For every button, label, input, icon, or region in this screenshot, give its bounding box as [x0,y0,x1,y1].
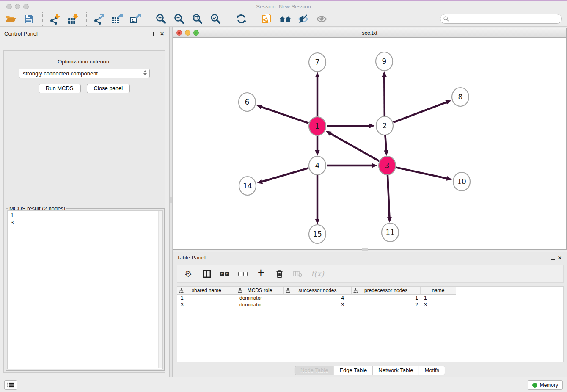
trash-icon[interactable] [275,269,284,279]
open-file-icon[interactable] [4,13,17,25]
edge-1-7[interactable] [315,72,320,117]
float-panel-icon[interactable] [153,32,157,36]
export-network-icon[interactable] [92,13,105,25]
add-icon[interactable]: + [256,268,266,278]
mcds-result-area[interactable]: 1 3 [7,210,163,369]
edge-2-9[interactable] [382,71,387,116]
tab-motifs[interactable]: Motifs [418,366,445,375]
save-session-icon[interactable] [22,13,35,25]
zoom-fit-icon[interactable] [191,13,204,25]
optimization-criterion-value: strongly connected component [23,70,98,77]
tab-node-table[interactable]: Node Table [295,366,334,375]
function-builder-icon: f(x) [311,269,324,279]
edge-3-10[interactable] [396,168,452,181]
column-header-shared-name[interactable]: shared name [177,287,236,295]
node-8[interactable]: 8 [452,88,469,106]
splitter-handle[interactable] [170,197,172,203]
optimization-criterion-label: Optimization criterion: [4,58,165,65]
gear-icon[interactable]: ⚙ [184,269,193,279]
node-9[interactable]: 9 [376,52,393,71]
edge-1-2[interactable] [327,124,375,128]
export-table-icon[interactable] [110,13,123,25]
tab-network-table[interactable]: Network Table [372,366,418,375]
toolbar-separator [229,12,230,26]
search-field[interactable] [440,14,562,24]
svg-text:14: 14 [243,182,252,190]
zoom-selected-icon[interactable] [209,13,222,25]
run-mcds-button[interactable]: Run MCDS [39,84,81,93]
column-header-predecessor-nodes[interactable]: predecessor nodes [352,287,421,295]
node-11[interactable]: 11 [382,223,399,242]
toolbar-separator [42,12,43,26]
control-panel-title: Control Panel [4,30,38,37]
node-3[interactable]: 3 [379,156,396,175]
float-table-panel-icon[interactable] [551,256,555,260]
refresh-layout-icon[interactable] [235,13,248,25]
svg-text:15: 15 [313,230,322,238]
table-body: 1dominator4113dominator323 [177,295,563,308]
table-cell: 3 [284,302,352,308]
edge-4-14[interactable] [257,168,308,184]
import-network-icon[interactable] [48,13,61,25]
select-stepper-icon [143,70,147,75]
edge-1-4[interactable] [315,135,320,156]
optimization-criterion-select[interactable]: strongly connected component [19,69,150,78]
search-input[interactable] [449,16,561,22]
column-header-name[interactable]: name [421,287,456,295]
close-table-panel-icon[interactable]: ✕ [558,255,562,260]
edge-3-1[interactable] [326,131,379,161]
table-toolbar: ⚙ ✓✓ + f(x) [177,265,564,283]
edge-3-11[interactable] [387,175,392,223]
svg-text:11: 11 [385,228,395,237]
column-view-icon[interactable] [202,269,211,279]
show-graphics-details-icon[interactable] [315,13,328,25]
unselect-all-icon[interactable] [238,269,248,279]
column-header-successor-nodes[interactable]: successor nodes [284,287,352,295]
select-all-icon[interactable]: ✓✓ [220,269,229,279]
node-4[interactable]: 4 [309,156,326,175]
toolbar-separator [149,12,149,26]
network-canvas[interactable]: 1234678910111415 [173,38,566,250]
vertical-splitter[interactable] [169,27,173,377]
table-tabs: Node TableEdge TableNetwork TableMotifs [295,366,445,375]
import-table-icon[interactable] [66,13,79,25]
hide-graphics-details-icon[interactable] [297,13,310,25]
column-tree-icon [286,288,290,293]
table-panel: Table Panel ✕ ⚙ ✓✓ + f(x) shared nameMCD… [173,252,567,377]
node-14[interactable]: 14 [239,177,256,195]
table-row[interactable]: 3dominator323 [177,301,563,308]
toolbar-separator [255,12,256,26]
table-cell: 3 [421,302,456,308]
task-history-button[interactable] [4,380,17,390]
edge-4-3[interactable] [327,163,377,168]
memory-label: Memory [540,382,558,388]
zoom-out-icon[interactable] [173,13,185,25]
memory-button[interactable]: Memory [528,380,563,390]
mcds-result-scrollbar[interactable] [158,211,162,368]
close-panel-button[interactable]: Close panel [87,84,130,93]
node-6[interactable]: 6 [239,93,256,111]
network-file-title: scc.txt [173,30,566,36]
clone-network-icon[interactable] [261,13,273,25]
close-panel-icon[interactable]: ✕ [160,31,164,36]
horizontal-splitter-handle[interactable] [362,248,368,251]
node-2[interactable]: 2 [376,116,393,135]
edge-4-15[interactable] [315,175,320,224]
network-window-titlebar[interactable]: × − + scc.txt [173,28,566,38]
table-row[interactable]: 1dominator411 [177,295,563,301]
node-10[interactable]: 10 [453,172,470,191]
column-header-MCDS-role[interactable]: MCDS role [236,287,284,295]
nested-networks-icon[interactable] [279,13,292,25]
edge-2-8[interactable] [394,100,451,123]
export-image-icon[interactable] [129,13,141,25]
edge-1-6[interactable] [256,105,308,123]
tab-edge-table[interactable]: Edge Table [333,366,372,375]
node-1[interactable]: 1 [309,117,326,135]
edge-2-3[interactable] [384,135,388,156]
node-15[interactable]: 15 [309,225,326,243]
zoom-in-icon[interactable] [154,13,167,25]
node-7[interactable]: 7 [309,53,326,72]
column-tree-icon [238,288,242,293]
table-cell: 1 [177,295,236,301]
svg-text:4: 4 [315,161,320,170]
